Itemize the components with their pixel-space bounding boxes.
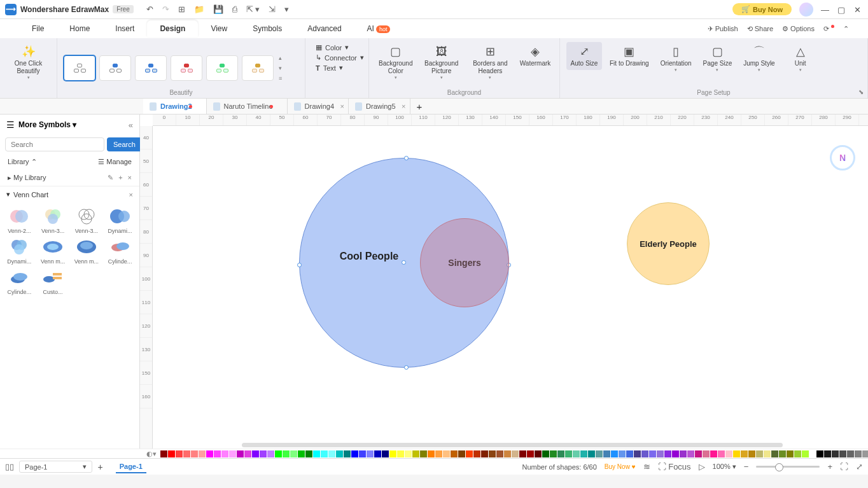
tab-close-icon[interactable]: × xyxy=(340,102,344,110)
collapse-ribbon-icon[interactable]: ⌃ xyxy=(843,25,849,33)
color-swatch[interactable] xyxy=(824,450,831,457)
color-swatch[interactable] xyxy=(680,450,687,457)
tab-naruto-timeline[interactable]: Naruto Timeline xyxy=(207,99,288,114)
one-click-beautify-button[interactable]: ✨ One Click Beautify▾ xyxy=(6,42,50,83)
collapse-panel-icon[interactable]: « xyxy=(129,120,133,130)
color-swatch[interactable] xyxy=(321,450,328,457)
menu-design[interactable]: Design xyxy=(147,20,198,37)
color-swatch[interactable] xyxy=(191,450,198,457)
color-swatch[interactable] xyxy=(351,450,358,457)
shape-vennm2[interactable]: Venn m... xyxy=(71,237,102,265)
color-swatch[interactable] xyxy=(313,450,320,457)
color-swatch[interactable] xyxy=(283,450,290,457)
shape-dynamic1[interactable]: Dynami... xyxy=(104,206,136,234)
maximize-icon[interactable]: ▢ xyxy=(837,5,846,14)
color-swatch[interactable] xyxy=(664,450,671,457)
color-swatch[interactable] xyxy=(405,450,412,457)
color-swatch[interactable] xyxy=(816,450,823,457)
color-swatch[interactable] xyxy=(649,450,656,457)
color-swatch[interactable] xyxy=(718,450,725,457)
lib-add-icon[interactable]: + xyxy=(118,174,122,182)
new-icon[interactable]: ⊞ xyxy=(178,4,185,14)
color-swatch[interactable] xyxy=(802,450,809,457)
color-swatch[interactable] xyxy=(657,450,664,457)
color-swatch[interactable] xyxy=(397,450,404,457)
color-swatch[interactable] xyxy=(473,450,480,457)
color-swatch[interactable] xyxy=(168,450,175,457)
color-swatch[interactable] xyxy=(519,450,526,457)
color-swatch[interactable] xyxy=(214,450,221,457)
tab-close-icon[interactable]: × xyxy=(402,102,405,110)
color-swatch[interactable] xyxy=(764,450,771,457)
shape-cylinder2[interactable]: Cylinde... xyxy=(4,267,35,295)
color-swatch[interactable] xyxy=(199,450,206,457)
color-swatch[interactable] xyxy=(787,450,794,457)
color-swatch[interactable] xyxy=(206,450,213,457)
background-color-button[interactable]: ▢Background Color▾ xyxy=(375,42,416,83)
tab-drawing2[interactable]: Drawing2 xyxy=(143,99,207,114)
minimize-icon[interactable]: — xyxy=(821,5,830,14)
horizontal-scrollbar[interactable] xyxy=(242,443,783,447)
color-swatch[interactable] xyxy=(420,450,427,457)
color-swatch[interactable] xyxy=(535,450,542,457)
add-tab-button[interactable]: + xyxy=(410,101,429,112)
color-swatch[interactable] xyxy=(794,450,801,457)
zoom-in-button[interactable]: + xyxy=(827,462,832,471)
eyedropper-icon[interactable]: ◐▾ xyxy=(146,450,157,458)
redo-icon[interactable]: ↷ xyxy=(162,4,169,14)
borders-headers-button[interactable]: ⊞Borders and Headers▾ xyxy=(467,42,514,83)
color-swatch[interactable] xyxy=(336,450,343,457)
color-swatch[interactable] xyxy=(756,450,763,457)
color-swatch[interactable] xyxy=(725,450,732,457)
color-dropdown[interactable]: ▦ Color ▾ xyxy=(316,43,358,52)
color-swatch[interactable] xyxy=(588,450,595,457)
fullscreen-icon[interactable]: ⤢ xyxy=(856,462,863,471)
pages-icon[interactable]: ▯▯ xyxy=(5,462,14,471)
unit-button[interactable]: △Unit▾ xyxy=(783,42,818,75)
page-setup-launcher-icon[interactable]: ⬊ xyxy=(858,88,864,95)
auto-size-button[interactable]: ⤢Auto Size xyxy=(566,42,602,70)
undo-icon[interactable]: ↶ xyxy=(146,4,153,14)
theme-down-icon[interactable]: ▾ xyxy=(277,64,283,73)
color-swatch[interactable] xyxy=(275,450,282,457)
active-page-tab[interactable]: Page-1 xyxy=(116,461,146,473)
shape-venn2[interactable]: Venn-2... xyxy=(4,206,35,234)
color-swatch[interactable] xyxy=(550,450,557,457)
color-swatch[interactable] xyxy=(458,450,465,457)
color-swatch[interactable] xyxy=(847,450,854,457)
tab-drawing4[interactable]: Drawing4× xyxy=(288,99,349,114)
color-swatch[interactable] xyxy=(344,450,351,457)
color-swatch[interactable] xyxy=(443,450,450,457)
color-swatch[interactable] xyxy=(611,450,618,457)
color-swatch[interactable] xyxy=(703,450,710,457)
menu-symbols[interactable]: Symbols xyxy=(240,20,295,37)
background-picture-button[interactable]: 🖼Background Picture▾ xyxy=(420,42,463,83)
connector-dropdown[interactable]: ↳ Connector ▾ xyxy=(316,53,358,62)
color-swatch[interactable] xyxy=(641,450,648,457)
color-swatch[interactable] xyxy=(565,450,572,457)
theme-up-icon[interactable]: ▴ xyxy=(277,53,283,62)
menu-advanced[interactable]: Advanced xyxy=(295,20,354,37)
color-swatch[interactable] xyxy=(252,450,259,457)
menu-file[interactable]: File xyxy=(19,20,57,37)
menu-home[interactable]: Home xyxy=(57,20,102,37)
publish-button[interactable]: ✈ Publish xyxy=(708,25,738,33)
import-icon[interactable]: ⇲ xyxy=(269,4,276,14)
color-swatch[interactable] xyxy=(389,450,396,457)
color-swatch[interactable] xyxy=(359,450,366,457)
manage-button[interactable]: ☰ Manage xyxy=(98,158,132,166)
color-swatch[interactable] xyxy=(428,450,435,457)
circle-elderly-people[interactable]: Elderly People xyxy=(627,202,710,285)
theme-6[interactable] xyxy=(242,55,274,81)
color-swatch[interactable] xyxy=(832,450,839,457)
circle-singers[interactable]: Singers xyxy=(420,218,509,307)
color-swatch[interactable] xyxy=(741,450,748,457)
color-swatch[interactable] xyxy=(221,450,228,457)
watermark-button[interactable]: ◈Watermark xyxy=(517,42,553,70)
theme-more-icon[interactable]: ≡ xyxy=(277,74,283,83)
shape-custom[interactable]: Custo... xyxy=(38,267,69,295)
color-swatch[interactable] xyxy=(489,450,496,457)
orientation-button[interactable]: ▯Orientation▾ xyxy=(657,42,696,75)
venn-chart-section[interactable]: ▾ Venn Chart× xyxy=(0,186,139,202)
ai-float-button[interactable]: N xyxy=(830,145,855,171)
